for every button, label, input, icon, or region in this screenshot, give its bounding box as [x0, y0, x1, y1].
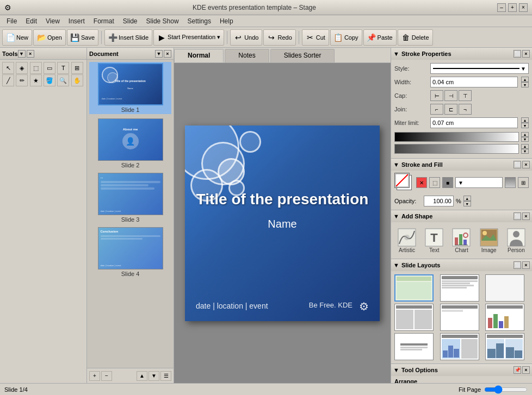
tool-table[interactable]: ⊞	[71, 62, 83, 74]
layout-4[interactable]	[394, 304, 434, 331]
start-presentation-button[interactable]: ▶ Start Presentation ▾	[153, 29, 224, 46]
tab-normal[interactable]: Normal	[174, 49, 224, 62]
menu-format[interactable]: Format	[89, 16, 119, 26]
stroke-color-swatch[interactable]	[394, 173, 414, 192]
tools-collapse-icon[interactable]: ▼	[18, 50, 26, 58]
stroke-close-icon[interactable]: ×	[522, 50, 530, 58]
menu-settings[interactable]: Settings	[183, 16, 215, 26]
menu-view[interactable]: View	[41, 16, 64, 26]
slide-title[interactable]: Title of the presentation	[185, 191, 380, 208]
layouts-collapse-icon[interactable]: ▼	[393, 262, 399, 268]
miter-spinner[interactable]: ▲ ▼	[521, 117, 529, 128]
tool-node[interactable]: ◈	[16, 62, 28, 74]
tool-effects[interactable]: ★	[30, 74, 42, 86]
tool-text[interactable]: T	[57, 62, 69, 74]
document-close-icon[interactable]: ×	[164, 50, 171, 58]
stroke-pattern-button[interactable]: ⊞	[518, 177, 529, 188]
layout-7[interactable]	[394, 333, 434, 360]
join-round-button[interactable]: ⊏	[444, 104, 457, 115]
miter-input[interactable]	[430, 117, 518, 128]
width-input[interactable]	[430, 77, 518, 87]
slide-3-thumb[interactable]: ... date | location | event	[98, 173, 163, 215]
add-slide-button[interactable]: +	[89, 371, 100, 381]
stroke-solid-button[interactable]: ■	[442, 177, 453, 188]
cap-square-button[interactable]: ⊤	[459, 90, 472, 101]
slide-canvas[interactable]: Title of the presentation Name date | lo…	[185, 126, 380, 321]
slide-canvas-area[interactable]: Title of the presentation Name date | lo…	[174, 63, 391, 383]
delete-button[interactable]: 🗑 Delete	[398, 29, 433, 46]
tool-options-expand-icon[interactable]: 📌	[514, 366, 521, 374]
remove-stroke-button[interactable]: ✕	[416, 177, 427, 188]
zoom-slider[interactable]	[484, 386, 528, 393]
gradient-spinner-1[interactable]: ▲ ▼	[521, 132, 529, 142]
layout-3[interactable]	[485, 274, 524, 302]
tool-options-collapse-icon[interactable]: ▼	[393, 367, 399, 373]
menu-insert[interactable]: Insert	[64, 16, 89, 26]
gradient-bar-1[interactable]	[394, 132, 519, 142]
save-button[interactable]: 💾 Save	[67, 29, 98, 46]
stroke-none-button[interactable]: ⬚	[429, 177, 440, 188]
paste-button[interactable]: 📌 Paste	[363, 29, 397, 46]
tool-line[interactable]: ╱	[2, 74, 14, 86]
gradient-bar-2[interactable]	[394, 144, 519, 154]
slides-menu-button[interactable]: ☰	[160, 371, 171, 381]
move-down-button[interactable]: ▼	[149, 371, 159, 381]
shape-chart-button[interactable]: Chart	[449, 225, 474, 255]
layout-8[interactable]	[440, 333, 479, 360]
menu-file[interactable]: File	[2, 16, 21, 26]
stroke-expand-icon[interactable]: ⬜	[514, 50, 521, 58]
slide-1-thumb[interactable]: Title of the presentation Name date | lo…	[98, 63, 163, 105]
close-button[interactable]: ×	[519, 3, 528, 12]
tool-crop[interactable]: ⬚	[30, 62, 42, 74]
cut-button[interactable]: ✂ Cut	[302, 29, 329, 46]
insert-slide-button[interactable]: ➕ Insert Slide	[104, 29, 152, 46]
shape-image-button[interactable]: Image	[477, 225, 502, 255]
shape-text-button[interactable]: T Text	[422, 225, 447, 255]
slide-4-thumb[interactable]: Conclusion date | location | event	[98, 227, 163, 269]
tool-zoom[interactable]: 🔍	[57, 74, 69, 86]
tool-options-close-icon[interactable]: ×	[522, 366, 530, 374]
fill-collapse-icon[interactable]: ▼	[393, 161, 399, 168]
layout-5[interactable]	[440, 304, 479, 331]
layout-6[interactable]	[485, 304, 524, 331]
menu-help[interactable]: Help	[215, 16, 238, 26]
move-up-button[interactable]: ▲	[137, 371, 147, 381]
menu-edit[interactable]: Edit	[21, 16, 41, 26]
fill-expand-icon[interactable]: ⬜	[514, 161, 521, 168]
slide-1-container[interactable]: Title of the presentation Name date | lo…	[89, 62, 171, 114]
menu-slide[interactable]: Slide	[119, 16, 142, 26]
opacity-spinner[interactable]: ▲ ▼	[463, 196, 471, 206]
shape-collapse-icon[interactable]: ▼	[393, 213, 399, 220]
join-miter-button[interactable]: ⌐	[430, 104, 443, 115]
cap-flat-button[interactable]: ⊢	[430, 90, 443, 101]
layouts-expand-icon[interactable]: ⬜	[514, 261, 521, 269]
tab-notes[interactable]: Notes	[225, 49, 269, 62]
slide-4-container[interactable]: Conclusion date | location | event Slide…	[89, 227, 171, 277]
stroke-color-input[interactable]: ▼	[455, 177, 503, 188]
shape-artistic-button[interactable]: Artistic	[394, 225, 419, 255]
shape-close-icon[interactable]: ×	[522, 212, 530, 220]
tool-pencil[interactable]: ✏	[16, 74, 28, 86]
slide-name[interactable]: Name	[185, 218, 380, 230]
document-collapse-icon[interactable]: ▼	[155, 50, 163, 58]
tools-close-icon[interactable]: ×	[27, 50, 34, 58]
slide-footer[interactable]: date | location | event	[196, 302, 268, 310]
layouts-close-icon[interactable]: ×	[522, 261, 530, 269]
redo-button[interactable]: ↪ Redo	[263, 29, 295, 46]
slide-2-thumb[interactable]: About me 👤	[98, 118, 163, 161]
shape-person-button[interactable]: Person	[504, 225, 529, 255]
slide-3-container[interactable]: ... date | location | event Slide 3	[89, 173, 171, 223]
layout-1[interactable]	[394, 274, 434, 302]
gradient-spinner-2[interactable]: ▲ ▼	[521, 144, 529, 154]
shape-expand-icon[interactable]: ⬜	[514, 212, 521, 220]
style-dropdown[interactable]: ▼	[430, 63, 529, 74]
menu-slideshow[interactable]: Slide Show	[142, 16, 183, 26]
cap-round-button[interactable]: ⊣	[444, 90, 457, 101]
undo-button[interactable]: ↩ Undo	[230, 29, 262, 46]
tab-slides-sorter[interactable]: Slides Sorter	[270, 49, 335, 62]
stroke-collapse-icon[interactable]: ▼	[393, 51, 399, 57]
tool-shapes[interactable]: ▭	[44, 62, 55, 74]
maximize-button[interactable]: +	[508, 3, 517, 12]
open-button[interactable]: 📂 Open	[33, 29, 66, 46]
minimize-button[interactable]: –	[497, 3, 506, 12]
